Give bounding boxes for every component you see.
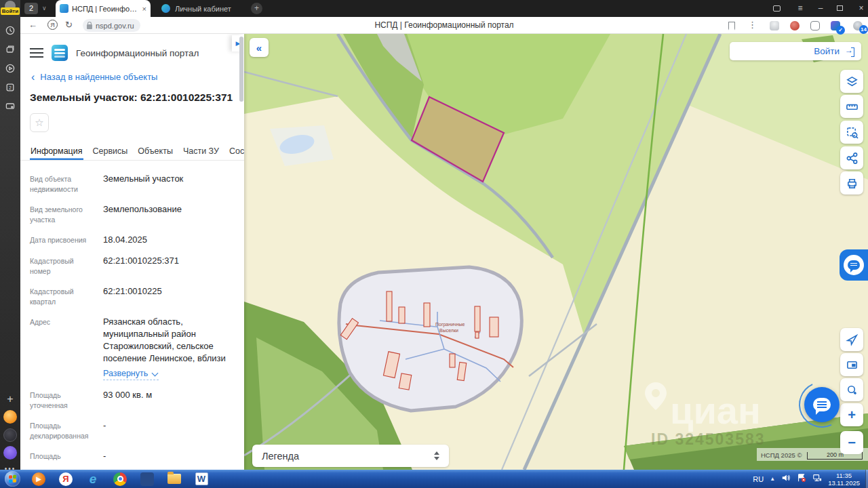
attribute-value-text: Землепользование <box>103 204 182 214</box>
tray-date: 13.11.2025 <box>828 479 860 487</box>
object-info-panel: Геоинформационный портал ‹ Назад в найде… <box>20 34 244 470</box>
panel-tab-label: Объекты <box>138 146 173 156</box>
yandex-mail-icon[interactable] <box>3 428 17 442</box>
tabs-counter-icon[interactable]: 2 <box>3 80 18 95</box>
volume-icon[interactable] <box>781 473 791 485</box>
toolbar-more-icon[interactable]: ⋮ <box>748 20 757 30</box>
map-canvas[interactable]: Пограничные Выселки циан ID 324503583 « … <box>244 34 868 470</box>
feedback-tab[interactable] <box>840 249 868 281</box>
apps-grid-icon <box>140 472 154 486</box>
show-desktop-button[interactable] <box>865 470 868 488</box>
login-arrow-icon <box>845 47 854 56</box>
overview-map-button[interactable] <box>840 353 863 376</box>
taskbar-chrome-button[interactable] <box>110 471 130 487</box>
browser-login-badge[interactable]: Войти <box>1 7 20 15</box>
browser-sidebar: Войти 2 + ••• <box>0 0 20 470</box>
tab-personal-account[interactable]: Личный кабинет <box>156 0 244 17</box>
panel-tab[interactable]: Части ЗУ <box>182 142 220 160</box>
menu-icon[interactable] <box>30 48 43 58</box>
chat-button[interactable] <box>804 387 840 422</box>
attribute-value-text: 18.04.2025 <box>103 235 147 245</box>
back-to-results-link[interactable]: ‹ Назад в найденные объекты <box>20 68 244 89</box>
legend-collapse-icon <box>434 451 439 460</box>
yandex-music-icon[interactable] <box>3 410 17 424</box>
expand-address-link[interactable]: Развернуть <box>103 367 159 380</box>
taskbar-apps-button[interactable] <box>137 471 157 487</box>
measure-button[interactable] <box>840 95 863 118</box>
taskbar-wmp-button[interactable]: ▶ <box>28 471 49 487</box>
select-area-button[interactable] <box>840 121 863 144</box>
video-icon[interactable] <box>3 61 18 76</box>
collapse-panel-button[interactable]: « <box>250 38 269 57</box>
extension-adguard-icon[interactable] <box>790 21 800 30</box>
panel-tabs: Информация Сервисы Объекты Части ЗУ Сост… <box>20 142 244 161</box>
favorite-button[interactable]: ☆ <box>30 113 49 132</box>
print-icon <box>846 177 859 190</box>
tray-clock[interactable]: 11:35 13.11.2025 <box>828 472 865 487</box>
screen: Пограничные Выселки циан ID 324503583 « … <box>0 0 868 488</box>
screencast-icon[interactable] <box>3 99 18 114</box>
attribute-value-text: 62:21:0010225:371 <box>103 256 179 266</box>
tab-count-badge[interactable]: 2 <box>24 3 38 14</box>
browser-tab-strip: 2 ∨ НСПД | Геоинформац × Личный кабинет … <box>20 0 868 17</box>
share-button[interactable] <box>840 146 863 169</box>
history-icon[interactable] <box>3 23 18 38</box>
taskbar-word-button[interactable]: W <box>191 471 212 487</box>
tab-nspd[interactable]: НСПД | Геоинформац × <box>56 0 151 17</box>
panel-scrollbar[interactable] <box>239 37 243 102</box>
attribute-row: Площадь декларированная - <box>30 420 235 441</box>
panel-tab[interactable]: Сервисы <box>92 142 129 160</box>
folder-icon <box>167 474 181 484</box>
taskbar-ie-button[interactable]: e <box>83 471 103 487</box>
action-center-icon[interactable] <box>797 473 806 485</box>
alice-assistant-icon[interactable] <box>3 446 17 460</box>
personal-account-favicon <box>161 4 170 13</box>
map-login-button[interactable]: Войти <box>730 42 861 60</box>
tray-expand-icon[interactable]: ▲ <box>770 476 775 482</box>
sidebar-toggle-icon[interactable] <box>773 5 781 12</box>
attribute-value-text: - <box>103 420 106 430</box>
select-area-icon <box>846 126 859 139</box>
attribute-row: Площадь - <box>30 450 235 462</box>
sidebar-add-icon[interactable]: + <box>3 392 18 407</box>
taskbar-yandex-button[interactable]: Я <box>56 471 76 487</box>
close-window-button[interactable]: × <box>856 3 867 13</box>
geolocate-button[interactable] <box>840 328 863 351</box>
attribute-value-text: Земельный участок <box>103 174 183 184</box>
maximize-button[interactable] <box>837 5 843 11</box>
feedback-bubble-icon <box>844 255 864 275</box>
network-icon[interactable] <box>812 473 822 485</box>
extension-tab-icon[interactable] <box>810 21 820 30</box>
new-tab-button[interactable]: + <box>251 3 262 14</box>
taskbar-explorer-button[interactable] <box>164 471 184 487</box>
panel-tab[interactable]: Объекты <box>137 142 174 160</box>
attribute-row: Адрес Рязанская область, муниципальный р… <box>30 316 235 380</box>
attribution-text: НСПД 2025 © <box>761 451 802 460</box>
attribute-label: Площадь декларированная <box>30 420 96 441</box>
tab-personal-account-title: Личный кабинет <box>175 5 231 13</box>
panel-tab[interactable]: Соста <box>229 142 244 160</box>
tab-close-icon[interactable]: × <box>142 5 146 13</box>
panel-tab[interactable]: Информация <box>30 142 83 160</box>
portal-brand: Геоинформационный портал <box>76 48 199 58</box>
start-button[interactable] <box>5 471 20 487</box>
chat-bubble-icon <box>813 398 831 411</box>
bookmark-flag-icon[interactable] <box>728 22 735 30</box>
map-attribution: НСПД 2025 © 200 m <box>757 448 868 461</box>
attribute-value: Земельный участок <box>103 173 235 195</box>
panel-header: Геоинформационный портал <box>20 34 244 68</box>
tab-list-chevron-icon[interactable]: ∨ <box>42 5 47 12</box>
omnibox-page-title[interactable]: НСПД | Геоинформационный портал <box>20 20 868 30</box>
collections-icon[interactable] <box>3 42 18 57</box>
extension-generic-icon[interactable] <box>770 21 779 30</box>
print-button[interactable] <box>840 171 863 195</box>
minimize-button[interactable]: – <box>815 3 826 13</box>
browser-menu-icon[interactable]: ≡ <box>795 3 806 13</box>
language-indicator[interactable]: RU <box>753 475 764 483</box>
legend-bar[interactable]: Легенда <box>252 445 449 467</box>
attribute-row: Кадастровый квартал 62:21:0010225 <box>30 285 235 307</box>
attribute-value: Землепользование <box>103 203 235 225</box>
village-label-line1: Пограничные <box>435 322 465 327</box>
layers-button[interactable] <box>840 70 863 93</box>
tray-time: 11:35 <box>828 472 860 479</box>
